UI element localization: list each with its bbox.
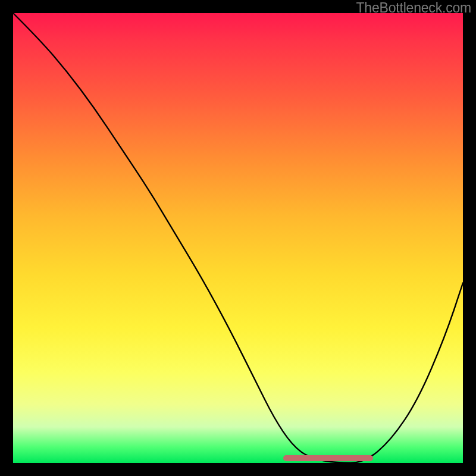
watermark-text: TheBottleneck.com (356, 0, 471, 16)
outer-frame: TheBottleneck.com (0, 0, 476, 476)
plot-area (13, 13, 463, 463)
valley-marker (283, 455, 373, 461)
bottleneck-curve (13, 13, 463, 463)
